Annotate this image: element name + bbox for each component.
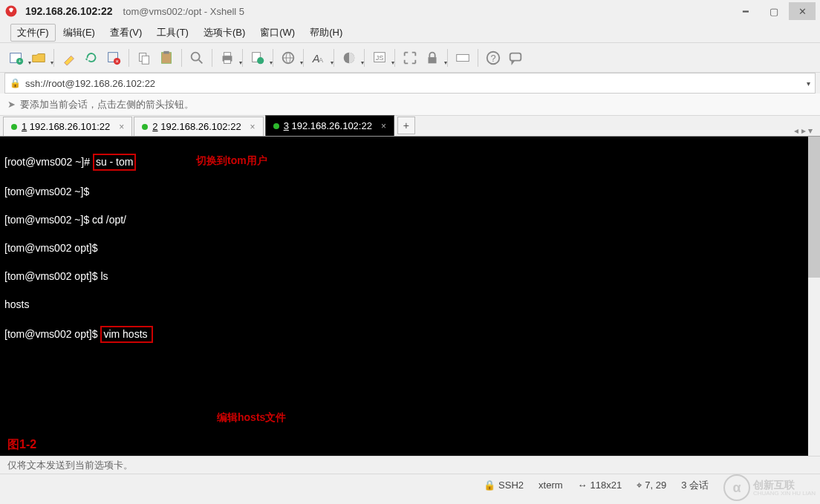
svg-text:?: ? — [490, 52, 495, 63]
address-text: ssh://root@192.168.26.102:22 — [25, 78, 155, 89]
svg-rect-14 — [224, 52, 230, 56]
disconnect-icon[interactable]: × — [103, 48, 124, 68]
svg-point-11 — [192, 52, 200, 60]
title-host: 192.168.26.102:22 — [25, 5, 113, 17]
menu-file[interactable]: 文件(F) — [10, 24, 56, 42]
resize-icon: ↔ — [578, 480, 588, 491]
chat-icon[interactable] — [505, 48, 526, 68]
status-dot-icon — [11, 124, 17, 130]
title-subtitle: tom@vms002:/opt - Xshell 5 — [123, 6, 244, 17]
copy-icon[interactable] — [134, 48, 154, 68]
terminal[interactable]: [root@vms002 ~]# su - tom切换到tom用户 [tom@v… — [0, 137, 820, 456]
status-sessions: 3 会话 — [681, 479, 709, 492]
annotation-su: 切换到tom用户 — [196, 154, 267, 168]
svg-text:A: A — [319, 56, 324, 63]
lock-small-icon: 🔒 — [10, 78, 21, 88]
status-dot-icon — [142, 124, 148, 130]
arrow-hint-icon[interactable]: ➤ — [7, 99, 16, 110]
print-icon[interactable]: ▾ — [217, 48, 238, 68]
globe-icon[interactable]: ▾ — [278, 48, 299, 68]
app-icon — [4, 4, 18, 18]
svg-point-17 — [257, 57, 264, 64]
highlight-box-vim: vim hosts — [100, 326, 153, 343]
footer-hint: 仅将文本发送到当前选项卡。 — [0, 456, 820, 474]
font-icon[interactable]: AA▾ — [308, 48, 329, 68]
svg-text:×: × — [115, 58, 118, 65]
help-icon[interactable]: ? — [483, 48, 504, 68]
watermark: α 创新互联 CHUANG XIN HU LIAN — [723, 474, 816, 501]
menu-edit[interactable]: 编辑(E) — [56, 23, 102, 42]
titlebar: 192.168.26.102:22 tom@vms002:/opt - Xshe… — [0, 0, 820, 22]
address-dropdown-icon[interactable]: ▾ — [807, 79, 810, 88]
menubar: 文件(F) 编辑(E) 查看(V) 工具(T) 选项卡(B) 窗口(W) 帮助(… — [0, 22, 820, 43]
lock-status-icon: 🔒 — [484, 480, 495, 491]
minimize-button[interactable]: ━ — [732, 2, 759, 20]
svg-line-12 — [199, 59, 203, 63]
svg-text:+: + — [18, 58, 21, 65]
cursor-icon: ⌖ — [637, 480, 642, 491]
menu-tabs[interactable]: 选项卡(B) — [196, 23, 253, 42]
menu-window[interactable]: 窗口(W) — [253, 23, 302, 42]
svg-rect-9 — [162, 52, 172, 63]
tab-2[interactable]: 2 192.168.26.102:22 × — [134, 117, 263, 136]
fullscreen-icon[interactable] — [400, 48, 420, 68]
status-bar: 🔒SSH2 xterm ↔118x21 ⌖7, 29 3 会话 — [0, 474, 820, 496]
maximize-button[interactable]: ▢ — [761, 2, 787, 20]
tab-3[interactable]: 3 192.168.26.102:22 × — [265, 115, 394, 136]
new-session-icon[interactable]: +▾ — [6, 48, 27, 68]
svg-rect-8 — [142, 56, 149, 64]
tab-close-icon[interactable]: × — [119, 122, 124, 132]
highlight-icon[interactable] — [59, 48, 79, 68]
color-icon[interactable]: ▾ — [339, 48, 359, 68]
menu-view[interactable]: 查看(V) — [102, 23, 149, 42]
session-tabs: 1 192.168.26.101:22 × 2 192.168.26.102:2… — [0, 116, 820, 137]
tab-close-icon[interactable]: × — [381, 121, 386, 131]
lock-icon[interactable]: ▾ — [422, 48, 443, 68]
tab-1[interactable]: 1 192.168.26.101:22 × — [3, 117, 132, 136]
address-bar[interactable]: 🔒 ssh://root@192.168.26.102:22 ▾ — [4, 73, 816, 94]
terminal-scrollbar[interactable] — [808, 137, 820, 456]
properties-icon[interactable]: ▾ — [247, 48, 268, 68]
script-icon[interactable]: JS▾ — [369, 48, 390, 68]
watermark-logo-icon: α — [723, 474, 750, 501]
tab-add-button[interactable]: + — [397, 117, 415, 134]
status-cursor: ⌖7, 29 — [637, 480, 666, 491]
close-button[interactable]: ✕ — [789, 2, 816, 20]
paste-icon[interactable] — [156, 48, 177, 68]
highlight-box-su: su - tom — [93, 154, 137, 171]
status-ssh: 🔒SSH2 — [484, 480, 524, 491]
reconnect-icon[interactable] — [81, 48, 102, 68]
status-term: xterm — [538, 480, 563, 491]
svg-rect-15 — [224, 59, 230, 63]
hint-bar: ➤ 要添加当前会话，点击左侧的箭头按钮。 — [0, 94, 820, 116]
svg-rect-26 — [429, 57, 437, 63]
search-icon[interactable] — [186, 48, 207, 68]
svg-text:JS: JS — [376, 53, 384, 61]
status-size: ↔118x21 — [578, 480, 622, 491]
menu-tools[interactable]: 工具(T) — [149, 23, 196, 42]
svg-rect-10 — [163, 50, 169, 53]
tab-nav[interactable]: ◂ ▸ ▾ — [794, 125, 817, 136]
menu-help[interactable]: 帮助(H) — [302, 23, 350, 42]
keyboard-icon[interactable] — [452, 48, 473, 68]
open-icon[interactable]: ▾ — [28, 48, 49, 68]
svg-rect-32 — [510, 53, 521, 60]
status-dot-icon — [273, 123, 279, 129]
svg-rect-27 — [457, 54, 469, 61]
hint-text: 要添加当前会话，点击左侧的箭头按钮。 — [20, 98, 194, 111]
toolbar: +▾ ▾ × ▾ ▾ ▾ AA▾ ▾ JS▾ ▾ ? — [0, 43, 820, 73]
figure-label: 图1-2 — [7, 437, 36, 451]
tab-close-icon[interactable]: × — [250, 122, 256, 132]
annotation-vim: 编辑hosts文件 — [217, 410, 286, 425]
